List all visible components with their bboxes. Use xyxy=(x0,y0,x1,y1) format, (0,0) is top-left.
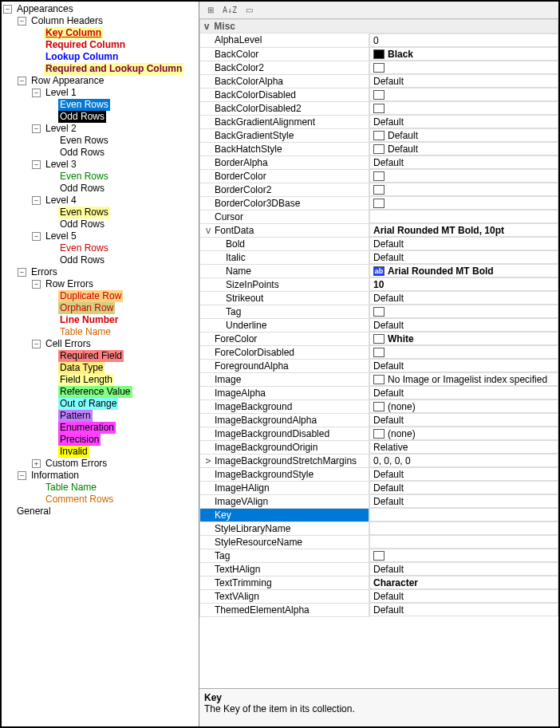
property-row[interactable]: BackGradientAlignmentDefault xyxy=(200,115,558,128)
property-row[interactable]: ForeColorDisabled xyxy=(200,345,558,359)
property-value[interactable]: No Image or Imagelist index specified xyxy=(369,372,558,386)
tree-node-comment-rows[interactable]: Comment Rows xyxy=(44,494,115,506)
tree-node-cell-errors[interactable]: Cell Errors xyxy=(44,338,93,350)
tree-node-lookup-column[interactable]: Lookup Column xyxy=(44,51,120,63)
property-row[interactable]: ImageVAlignDefault xyxy=(200,494,558,508)
tree-node-odd-rows[interactable]: Odd Rows xyxy=(58,111,106,123)
tree-node-even-rows[interactable]: Even Rows xyxy=(58,242,110,254)
tree-node-duplicate-row[interactable]: Duplicate Row xyxy=(58,290,123,302)
appearance-tree[interactable]: − Appearances − Column Headers Key Colum… xyxy=(3,3,199,517)
tree-node-precision[interactable]: Precision xyxy=(58,434,101,446)
property-row[interactable]: StyleResourceName xyxy=(200,535,558,549)
tree-node-errors[interactable]: Errors xyxy=(30,266,59,278)
property-row[interactable]: SizeInPoints10 xyxy=(200,277,558,291)
property-row[interactable]: ImageBackground(none) xyxy=(200,399,558,413)
alphabetical-button[interactable]: A↓Z xyxy=(222,3,238,18)
property-value[interactable] xyxy=(369,101,558,115)
tree-node-pattern[interactable]: Pattern xyxy=(58,410,93,422)
tree-node-key-column[interactable]: Key Column xyxy=(44,27,103,39)
property-row[interactable]: ImageNo Image or Imagelist index specifi… xyxy=(200,372,558,386)
property-row[interactable]: ImageAlphaDefault xyxy=(200,386,558,399)
tree-node-level2[interactable]: Level 2 xyxy=(44,123,78,135)
property-value[interactable] xyxy=(369,305,558,318)
property-row[interactable]: BorderColor3DBase xyxy=(200,196,558,210)
property-row[interactable]: Cursor xyxy=(200,210,558,223)
property-value[interactable]: Default xyxy=(369,494,558,508)
property-value[interactable]: Default xyxy=(369,603,558,616)
property-value[interactable] xyxy=(369,210,558,223)
property-value[interactable] xyxy=(369,196,558,210)
property-row[interactable]: ImageHAlignDefault xyxy=(200,481,558,494)
tree-node-column-headers[interactable]: Column Headers xyxy=(30,15,105,27)
property-value[interactable]: Default xyxy=(369,413,558,427)
toggle-icon[interactable]: − xyxy=(32,160,41,169)
property-row[interactable]: ImageBackgroundStyleDefault xyxy=(200,467,558,481)
property-value[interactable]: (none) xyxy=(369,399,558,413)
property-value[interactable]: 10 xyxy=(369,277,558,291)
property-value[interactable] xyxy=(369,61,558,74)
property-value[interactable]: White xyxy=(369,332,558,345)
property-value[interactable] xyxy=(369,508,558,521)
property-value[interactable]: 0 xyxy=(369,33,558,47)
property-row[interactable]: BorderColor xyxy=(200,169,558,183)
property-row[interactable]: BackColor2 xyxy=(200,61,558,74)
property-value[interactable]: Default xyxy=(369,359,558,372)
property-value[interactable]: Relative xyxy=(369,440,558,454)
property-value[interactable]: abArial Rounded MT Bold xyxy=(369,264,558,277)
property-row[interactable]: ForeColorWhite xyxy=(200,332,558,345)
property-value[interactable]: Default xyxy=(369,128,558,142)
property-row[interactable]: vFontDataArial Rounded MT Bold, 10pt xyxy=(200,223,558,237)
tree-node-even-rows[interactable]: Even Rows xyxy=(58,135,110,147)
property-value[interactable]: Default xyxy=(369,291,558,305)
toggle-icon[interactable]: − xyxy=(18,17,26,26)
tree-node-out-of-range[interactable]: Out of Range xyxy=(58,398,118,410)
tree-node-required-field[interactable]: Required Field xyxy=(58,350,124,362)
tree-node-row-appearance[interactable]: Row Appearance xyxy=(30,75,105,87)
property-row[interactable]: BackColorDisabled xyxy=(200,88,558,101)
toggle-icon[interactable]: − xyxy=(18,471,26,480)
property-row[interactable]: BoldDefault xyxy=(200,237,558,250)
property-row[interactable]: Tag xyxy=(200,549,558,562)
tree-node-line-number[interactable]: Line Number xyxy=(58,314,120,326)
property-row[interactable]: Tag xyxy=(200,305,558,318)
tree-node-enumeration[interactable]: Enumeration xyxy=(58,422,116,434)
categorized-button[interactable]: ⊞ xyxy=(203,3,219,18)
property-value[interactable] xyxy=(369,88,558,101)
toggle-icon[interactable]: − xyxy=(3,5,12,14)
tree-node-table-name[interactable]: Table Name xyxy=(58,326,112,338)
tree-node-even-rows[interactable]: Even Rows xyxy=(58,207,110,218)
property-row[interactable]: TextVAlignDefault xyxy=(200,589,558,603)
tree-node-odd-rows[interactable]: Odd Rows xyxy=(58,183,106,195)
property-value[interactable]: Default xyxy=(369,589,558,603)
toggle-icon[interactable]: − xyxy=(32,340,41,348)
property-row[interactable]: BackColorAlphaDefault xyxy=(200,74,558,88)
tree-node-table-name[interactable]: Table Name xyxy=(44,482,98,494)
toggle-icon[interactable]: + xyxy=(32,459,41,468)
property-row[interactable]: NameabArial Rounded MT Bold xyxy=(200,264,558,277)
property-row[interactable]: >ImageBackgroundStretchMargins0, 0, 0, 0 xyxy=(200,454,558,467)
property-value[interactable]: Black xyxy=(369,47,558,61)
property-value[interactable]: Default xyxy=(369,74,558,88)
tree-node-even-rows[interactable]: Even Rows xyxy=(58,171,110,183)
tree-node-row-errors[interactable]: Row Errors xyxy=(44,278,95,290)
property-row[interactable]: ImageBackgroundAlphaDefault xyxy=(200,413,558,427)
property-value[interactable]: Default xyxy=(369,250,558,264)
property-value[interactable]: Default xyxy=(369,237,558,250)
property-value[interactable]: Default xyxy=(369,318,558,332)
toggle-icon[interactable]: − xyxy=(32,196,41,205)
property-value[interactable] xyxy=(369,169,558,183)
property-value[interactable] xyxy=(369,521,558,535)
tree-node-level5[interactable]: Level 5 xyxy=(44,230,78,242)
property-row[interactable]: Key xyxy=(200,508,558,521)
property-row[interactable]: ImageBackgroundOriginRelative xyxy=(200,440,558,454)
tree-node-level4[interactable]: Level 4 xyxy=(44,195,78,207)
property-value[interactable]: 0, 0, 0, 0 xyxy=(369,454,558,467)
property-value[interactable]: Default xyxy=(369,467,558,481)
property-value[interactable] xyxy=(369,549,558,562)
property-row[interactable]: BackColorBlack xyxy=(200,47,558,61)
tree-node-field-length[interactable]: Field Length xyxy=(58,374,114,386)
property-value[interactable] xyxy=(369,183,558,196)
toggle-icon[interactable]: − xyxy=(18,268,26,277)
property-row[interactable]: BackGradientStyleDefault xyxy=(200,128,558,142)
property-row[interactable]: ForegroundAlphaDefault xyxy=(200,359,558,372)
